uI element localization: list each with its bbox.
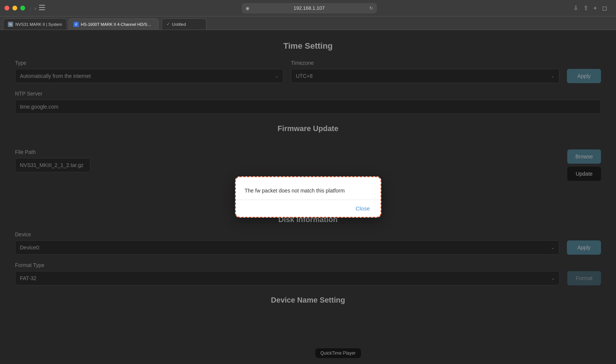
toolbar-actions: ⇩ ⇧ + ◻ xyxy=(573,4,612,12)
tab-favicon-nvs31: N xyxy=(8,22,13,27)
back-button[interactable]: ‹ xyxy=(30,5,31,11)
minimize-window-button[interactable] xyxy=(12,6,17,10)
downloads-button[interactable]: ⇩ xyxy=(573,4,578,12)
verified-icon: ✓ xyxy=(166,22,170,27)
maximize-window-button[interactable] xyxy=(20,6,25,10)
shield-icon: ◉ xyxy=(246,6,249,11)
tab-title-untitled: Untitled xyxy=(172,22,186,27)
forward-button[interactable]: › xyxy=(34,5,36,11)
share-button[interactable]: ⇧ xyxy=(583,4,588,12)
tab-untitled[interactable]: ✓ Untitled xyxy=(162,18,207,30)
address-text: 192.168.1.107 xyxy=(294,5,325,11)
address-bar[interactable]: ◉ 192.168.1.107 ↻ xyxy=(242,3,377,13)
modal-body: The fw packet does not match this platfo… xyxy=(236,177,381,200)
modal-message: The fw packet does not match this platfo… xyxy=(245,188,345,194)
tabs-bar: N NVS31 MARK II | System d HS-1600T MARK… xyxy=(0,16,616,30)
close-window-button[interactable] xyxy=(4,6,9,10)
modal-dialog: The fw packet does not match this platfo… xyxy=(235,176,381,218)
svg-rect-0 xyxy=(39,5,45,6)
split-view-button[interactable]: ◻ xyxy=(602,4,607,12)
browser-content: Time Setting Type Automatically from the… xyxy=(0,30,616,364)
svg-rect-2 xyxy=(39,9,45,10)
modal-footer: Close xyxy=(236,200,381,217)
modal-close-button[interactable]: Close xyxy=(351,204,374,213)
traffic-lights xyxy=(4,6,25,10)
new-tab-button[interactable]: + xyxy=(594,5,597,12)
tab-hs1600t[interactable]: d HS-1600T MARK II 4-Channel HD/SD HDBas… xyxy=(69,18,159,30)
modal-overlay: The fw packet does not match this platfo… xyxy=(0,30,616,364)
tab-nvs31[interactable]: N NVS31 MARK II | System xyxy=(3,18,67,30)
title-bar: ‹ › ◉ 192.168.1.107 ↻ ⇩ ⇧ + ◻ xyxy=(0,0,616,16)
tab-favicon-hs1600t: d xyxy=(73,22,79,27)
tab-title-nvs31: NVS31 MARK II | System xyxy=(15,22,62,27)
tab-title-hs1600t: HS-1600T MARK II 4-Channel HD/SD HDBaseT… xyxy=(81,22,154,27)
svg-rect-1 xyxy=(39,7,45,8)
sidebar-toggle[interactable] xyxy=(39,5,45,11)
refresh-button[interactable]: ↻ xyxy=(369,6,373,11)
